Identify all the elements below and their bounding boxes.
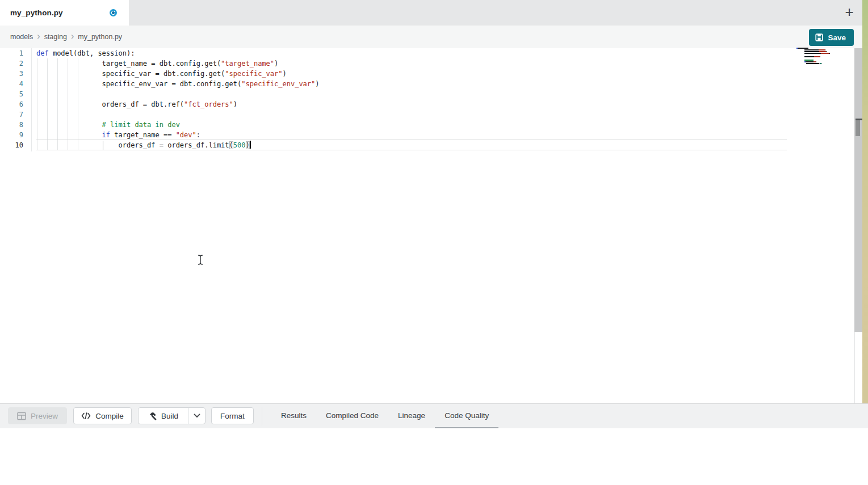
code-editor[interactable]: 12345678910 def model(dbt, session): tar… (0, 48, 868, 403)
code-line[interactable]: specific_env_var = dbt.config.get("speci… (36, 79, 320, 89)
line-number[interactable]: 8 (0, 120, 23, 130)
breadcrumb-bar: models › staging › my_python.py Save (0, 26, 868, 48)
breadcrumb-staging[interactable]: staging (44, 33, 67, 41)
toolbar-divider (262, 407, 262, 425)
code-token: target_name = dbt.config.get( (102, 60, 221, 68)
breadcrumb-file[interactable]: my_python.py (78, 33, 122, 41)
code-line[interactable]: orders_df = dbt.ref("fct_orders") (36, 99, 320, 109)
code-token (36, 100, 102, 108)
chevron-right-icon: › (37, 32, 40, 41)
build-button[interactable]: Build (139, 408, 188, 424)
line-number[interactable]: 2 (0, 58, 23, 69)
app-window: my_python.py + models › staging › my_pyt… (0, 0, 868, 485)
code-token: ) (246, 141, 250, 149)
compile-button[interactable]: Compile (73, 407, 132, 424)
tab-lineage[interactable]: Lineage (388, 404, 435, 429)
file-tab-my-python[interactable]: my_python.py (0, 0, 129, 26)
preview-button[interactable]: Preview (8, 407, 67, 424)
code-token: if (102, 131, 110, 139)
code-token: target_name == (110, 131, 176, 139)
code-token: def (36, 49, 49, 57)
code-line[interactable] (36, 109, 320, 120)
build-dropdown-button[interactable] (188, 408, 205, 424)
code-token: orders_df = orders_df.limit (119, 141, 229, 149)
code-token: ( (229, 141, 233, 149)
minimap-row (796, 56, 832, 57)
minimap-row (796, 48, 832, 49)
code-line[interactable]: def model(dbt, session): (36, 48, 320, 58)
code-token (36, 141, 119, 149)
code-token: # limit data in dev (102, 121, 180, 129)
file-tab-label: my_python.py (10, 9, 63, 17)
line-number[interactable]: 9 (0, 130, 23, 140)
tab-results[interactable]: Results (271, 404, 316, 429)
unsaved-changes-dot-icon (110, 9, 117, 16)
code-token: ) (283, 70, 287, 78)
line-number[interactable]: 5 (0, 89, 23, 99)
code-token: ) (315, 80, 319, 88)
chevron-down-icon (194, 414, 200, 418)
bottom-toolbar: Preview Compile Build (0, 403, 868, 428)
minimap-row (796, 54, 832, 56)
code-token (36, 80, 102, 88)
breadcrumb-models[interactable]: models (10, 33, 33, 41)
gutter-border (31, 48, 32, 151)
code-token: 500 (233, 141, 246, 149)
code-token: "dev" (176, 131, 196, 139)
floppy-disk-icon (815, 33, 823, 41)
code-token: "specific_var" (225, 70, 282, 78)
save-button[interactable]: Save (809, 29, 854, 46)
code-token: ) (274, 60, 278, 68)
code-token: specific_var = dbt.config.get( (102, 70, 225, 78)
new-tab-button[interactable]: + (841, 3, 858, 22)
minimap-row (796, 63, 832, 64)
line-number[interactable]: 6 (0, 99, 23, 109)
code-token: orders_df = dbt.ref( (102, 100, 184, 108)
code-token (36, 131, 102, 139)
tab-compiled-code[interactable]: Compiled Code (316, 404, 388, 429)
code-icon (81, 412, 91, 419)
tab-bar: my_python.py + (0, 0, 868, 26)
table-grid-icon (17, 412, 26, 420)
code-line[interactable]: specific_var = dbt.config.get("specific_… (36, 69, 320, 79)
line-number[interactable]: 4 (0, 79, 23, 89)
build-split-button: Build (138, 407, 206, 424)
code-token: specific_env_var = dbt.config.get( (102, 80, 242, 88)
tab-code-quality[interactable]: Code Quality (435, 404, 498, 429)
line-number[interactable]: 7 (0, 109, 23, 120)
code-line[interactable]: # limit data in dev (36, 120, 320, 130)
line-number-gutter[interactable]: 12345678910 (0, 48, 23, 150)
code-line[interactable]: orders_df = orders_df.limit(500) (36, 140, 320, 150)
code-content[interactable]: def model(dbt, session): target_name = d… (36, 48, 320, 150)
format-button-label: Format (220, 412, 245, 420)
minimap-row (796, 53, 832, 54)
line-number[interactable]: 10 (0, 140, 23, 150)
line-number[interactable]: 1 (0, 48, 23, 58)
code-line[interactable] (36, 89, 320, 99)
minimap-row (796, 60, 832, 61)
build-button-label: Build (161, 412, 178, 420)
minimap-row (796, 51, 832, 52)
code-token (36, 60, 102, 68)
mouse-cursor-ibeam-icon (196, 254, 204, 265)
result-tabs: Results Compiled Code Lineage Code Quali… (271, 404, 498, 429)
code-token: "target_name" (221, 60, 274, 68)
compile-button-label: Compile (95, 412, 124, 420)
hammer-icon (148, 412, 157, 420)
text-cursor (250, 141, 251, 149)
vertical-scrollbar-thumb[interactable] (856, 120, 860, 136)
minimap-row (796, 61, 832, 62)
code-token: model(dbt, session): (49, 49, 135, 57)
code-quality-panel (0, 428, 868, 485)
code-line[interactable]: target_name = dbt.config.get("target_nam… (36, 58, 320, 69)
code-line[interactable]: if target_name == "dev": (36, 130, 320, 140)
vertical-scrollbar-track[interactable] (854, 48, 862, 332)
format-button[interactable]: Format (211, 407, 254, 424)
line-number[interactable]: 3 (0, 69, 23, 79)
code-token: ) (233, 100, 237, 108)
code-token: "specific_env_var" (241, 80, 315, 88)
code-token (36, 121, 102, 129)
minimap[interactable] (796, 48, 832, 65)
scrollbar-track-border (854, 332, 855, 403)
code-token (36, 70, 102, 78)
